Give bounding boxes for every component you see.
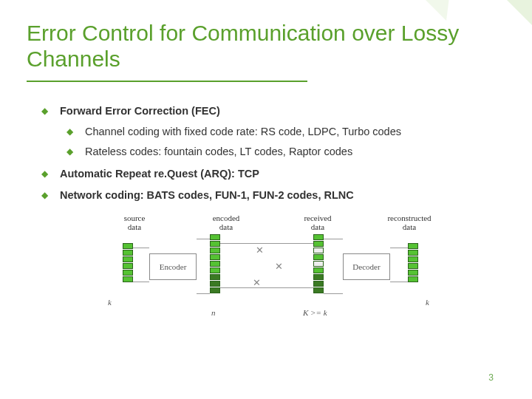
loss-icon: ✕ [275,261,283,272]
bullet-text: Forward Error Correction (FEC) [60,104,220,119]
bullet-text: Rateless codes: fountain codes, LT codes… [85,145,352,160]
received-stack [313,234,324,294]
bullet-text: Automatic Repeat re.Quest (ARQ): TCP [60,167,259,182]
loss-icon: ✕ [253,277,261,288]
bullet-icon: ◆ [41,188,48,202]
coding-diagram: source data encoded data received data r… [84,214,460,301]
encoded-stack [210,234,220,294]
bullet-level1: ◆ Network coding: BATS codes, FUN-1, FUN… [41,188,502,203]
body-content: ◆ Forward Error Correction (FEC) ◆ Chann… [0,82,532,301]
bullet-level1: ◆ Forward Error Correction (FEC) [41,104,502,119]
bullet-level1: ◆ Automatic Repeat re.Quest (ARQ): TCP [41,167,502,182]
loss-icon: ✕ [256,245,264,256]
bullet-level2: ◆ Channel coding with fixed code rate: R… [66,125,502,140]
bullet-icon: ◆ [41,167,48,181]
fig-label-reconstructed: reconstructed data [364,214,455,231]
bullet-icon: ◆ [66,125,73,139]
bullet-icon: ◆ [41,104,48,118]
brace-n: n [211,308,216,317]
source-stack [123,243,133,283]
bullet-text: Channel coding with fixed code rate: RS … [85,125,401,140]
bullet-icon: ◆ [66,145,73,159]
brace-k2: k [426,298,429,307]
page-number: 3 [488,372,494,383]
bullet-text: Network coding: BATS codes, FUN-1, FUN-2… [60,188,354,203]
brace-kge: K >= k [303,308,327,317]
encoder-box: Encoder [149,253,197,280]
brace-k: k [108,298,112,307]
fig-label-source: source data [89,214,180,231]
slide-title: Error Control for Communication over Los… [0,0,532,76]
bullet-level2: ◆ Rateless codes: fountain codes, LT cod… [66,145,502,160]
reconstructed-stack [408,243,418,283]
decoder-box: Decoder [343,253,390,280]
fig-label-encoded: encoded data [180,214,272,231]
fig-label-received: received data [272,214,364,231]
